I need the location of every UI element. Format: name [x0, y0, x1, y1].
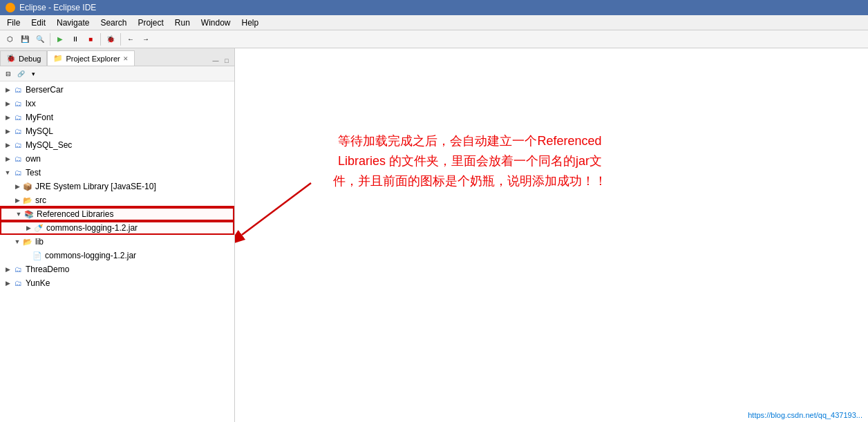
menu-run[interactable]: Run: [171, 17, 194, 29]
label-lxx: lxx: [26, 99, 36, 108]
menu-window[interactable]: Window: [197, 17, 235, 29]
sidebar: 🐞 Debug 📁 Project Explorer ✕ — □ ⊟ 🔗 ▾ ▶: [0, 48, 235, 422]
toggle-mysql[interactable]: ▶: [3, 126, 12, 136]
label-commons-jar: commons-logging-1.2.jar: [46, 223, 138, 233]
tree-item-ref-libraries[interactable]: ▼ 📚 Referenced Libraries: [0, 207, 234, 221]
toggle-lxx[interactable]: ▶: [3, 99, 12, 108]
label-lib: lib: [35, 237, 44, 247]
label-src: src: [35, 195, 46, 205]
menu-navigate[interactable]: Navigate: [53, 17, 93, 29]
menu-project[interactable]: Project: [133, 17, 167, 29]
toolbar-btn-forward[interactable]: →: [139, 32, 153, 46]
icon-jre: 📦: [22, 181, 33, 192]
icon-commons-jar2: 📄: [32, 250, 43, 261]
icon-bersercar: 🗂: [12, 84, 23, 95]
tree-item-myfont[interactable]: ▶ 🗂 MyFont: [0, 111, 234, 124]
maximize-btn[interactable]: □: [222, 56, 232, 66]
tree-item-mysql-sec[interactable]: ▶ 🗂 MySQL_Sec: [0, 138, 234, 152]
sidebar-tab-bar: 🐞 Debug 📁 Project Explorer ✕ — □: [0, 48, 234, 66]
tab-project-explorer-label: Project Explorer: [66, 55, 120, 63]
tree-item-src[interactable]: ▶ 📂 src: [0, 193, 234, 207]
toggle-own[interactable]: ▶: [3, 154, 12, 164]
icon-threa-demo: 🗂: [12, 264, 23, 275]
tree-item-mysql[interactable]: ▶ 🗂 MySQL: [0, 124, 234, 138]
tab-debug-label: Debug: [19, 55, 41, 63]
sidebar-collapse-btn[interactable]: ⊟: [3, 68, 14, 79]
sidebar-link-btn[interactable]: 🔗: [15, 68, 26, 79]
watermark: https://blog.csdn.net/qq_437193...: [748, 411, 862, 419]
toggle-threa-demo[interactable]: ▶: [3, 265, 12, 274]
toolbar-btn-debug[interactable]: 🐞: [104, 32, 117, 46]
toggle-lib[interactable]: ▼: [12, 237, 22, 247]
toggle-mysql-sec[interactable]: ▶: [3, 140, 12, 150]
menu-edit[interactable]: Edit: [27, 17, 50, 29]
annotation-line2: Libraries 的文件夹，里面会放着一个同名的jar文: [304, 151, 636, 171]
toolbar-btn-pause[interactable]: ⏸: [68, 32, 82, 46]
label-yunke: YunKe: [26, 278, 50, 288]
menu-bar: File Edit Navigate Search Project Run Wi…: [0, 15, 868, 30]
annotation-text: 等待加载完成之后，会自动建立一个Referenced Libraries 的文件…: [304, 131, 636, 191]
icon-lxx: 🗂: [12, 98, 23, 109]
icon-mysql: 🗂: [12, 126, 23, 137]
sidebar-menu-btn[interactable]: ▾: [28, 68, 39, 79]
toggle-bersercar[interactable]: ▶: [3, 85, 12, 95]
label-ref-libraries: Referenced Libraries: [37, 209, 113, 219]
menu-help[interactable]: Help: [238, 17, 263, 29]
tree-item-jre[interactable]: ▶ 📦 JRE System Library [JavaSE-10]: [0, 180, 234, 193]
toggle-myfont[interactable]: ▶: [3, 113, 12, 122]
tab-debug[interactable]: 🐞 Debug: [0, 50, 47, 66]
toggle-commons-jar[interactable]: ▶: [23, 223, 33, 233]
toolbar-btn-run[interactable]: ▶: [53, 32, 67, 46]
tree-item-lxx[interactable]: ▶ 🗂 lxx: [0, 97, 234, 111]
tree-item-commons-jar[interactable]: ▶ 🍼 commons-logging-1.2.jar: [0, 221, 234, 235]
toggle-test[interactable]: ▼: [3, 168, 12, 178]
tree-item-commons-jar2[interactable]: ▶ 📄 commons-logging-1.2.jar: [0, 249, 234, 262]
tab-project-explorer[interactable]: 📁 Project Explorer ✕: [47, 50, 134, 66]
window-title: Eclipse - Eclipse IDE: [19, 3, 96, 12]
annotation-line3: 件，并且前面的图标是个奶瓶，说明添加成功！！: [304, 171, 636, 191]
toggle-ref-libraries[interactable]: ▼: [14, 209, 23, 219]
label-commons-jar2: commons-logging-1.2.jar: [45, 251, 136, 260]
minimize-btn[interactable]: —: [211, 56, 220, 66]
label-own: own: [26, 154, 41, 164]
toggle-jre[interactable]: ▶: [12, 182, 22, 191]
sidebar-tab-controls: — □: [211, 56, 234, 66]
toolbar-btn-2[interactable]: 💾: [18, 32, 32, 46]
label-bersercar: BerserCar: [26, 85, 64, 95]
toolbar-separator-3: [120, 33, 121, 46]
toolbar-btn-stop[interactable]: ■: [84, 32, 97, 46]
title-bar: Eclipse - Eclipse IDE: [0, 0, 868, 15]
tree-item-own[interactable]: ▶ 🗂 own: [0, 152, 234, 166]
tree-item-yunke[interactable]: ▶ 🗂 YunKe: [0, 276, 234, 290]
menu-file[interactable]: File: [3, 17, 24, 29]
label-threa-demo: ThreaDemo: [26, 265, 69, 274]
toolbar-separator-2: [100, 33, 101, 46]
icon-src: 📂: [22, 195, 33, 206]
icon-mysql-sec: 🗂: [12, 140, 23, 151]
menu-search[interactable]: Search: [96, 17, 131, 29]
project-tree: ▶ 🗂 BerserCar ▶ 🗂 lxx ▶ 🗂 MyFont ▶ 🗂 MyS…: [0, 81, 234, 422]
toolbar-btn-back[interactable]: ←: [124, 32, 138, 46]
icon-own: 🗂: [12, 153, 23, 164]
debug-icon: 🐞: [6, 54, 16, 63]
tree-item-bersercar[interactable]: ▶ 🗂 BerserCar: [0, 83, 234, 97]
toolbar-btn-3[interactable]: 🔍: [33, 32, 47, 46]
icon-test: 🗂: [12, 167, 23, 178]
icon-yunke: 🗂: [12, 278, 23, 289]
tab-close-icon[interactable]: ✕: [123, 55, 129, 62]
sidebar-toolbar: ⊟ 🔗 ▾: [0, 66, 234, 81]
tree-item-threa-demo[interactable]: ▶ 🗂 ThreaDemo: [0, 262, 234, 276]
toolbar-separator-1: [50, 33, 50, 46]
label-jre: JRE System Library [JavaSE-10]: [35, 182, 156, 191]
tree-item-test[interactable]: ▼ 🗂 Test: [0, 166, 234, 180]
tree-item-lib[interactable]: ▼ 📂 lib: [0, 235, 234, 249]
label-mysql-sec: MySQL_Sec: [26, 140, 72, 150]
toolbar-btn-1[interactable]: ⬡: [3, 32, 17, 46]
svg-line-1: [242, 183, 311, 235]
main-toolbar: ⬡ 💾 🔍 ▶ ⏸ ■ 🐞 ← →: [0, 30, 868, 48]
toggle-yunke[interactable]: ▶: [3, 278, 12, 288]
toggle-src[interactable]: ▶: [12, 195, 22, 205]
label-test: Test: [26, 168, 41, 178]
icon-commons-jar: 🍼: [33, 222, 44, 233]
label-myfont: MyFont: [26, 113, 53, 122]
